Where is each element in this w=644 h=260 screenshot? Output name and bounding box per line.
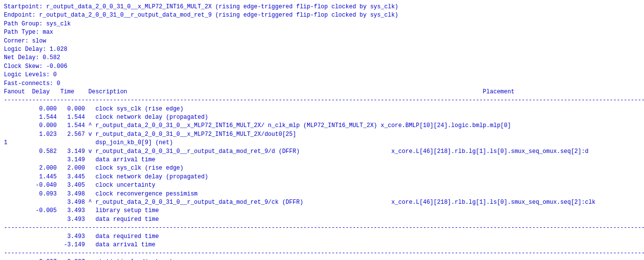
report-line-16: 0.000 1.544 ^ r_output_data_2_0_0_31_0__…: [4, 122, 640, 130]
report-line-19: 0.582 3.149 v r_output_data_2_0_0_31_0__…: [4, 148, 640, 156]
report-line-7: Net Delay: 0.582: [4, 54, 640, 62]
report-line-17: 1.023 2.567 v r_output_data_2_0_0_31_0__…: [4, 130, 640, 139]
report-line-5: Corner: slow: [4, 37, 640, 45]
report-line-20: 3.149 data arrival time: [4, 156, 640, 164]
report-line-3: Path Group: sys_clk: [4, 20, 640, 28]
report-line-13: ----------------------------------------…: [4, 96, 640, 105]
report-line-32: ----------------------------------------…: [4, 249, 640, 258]
report-line-2: Endpoint: r_output_data_2_0_0_31_0__r_ou…: [4, 11, 640, 20]
report-line-9: Logic Levels: 0: [4, 71, 640, 79]
report-line-34: -0.007 0.337 statistical adjustment: [4, 258, 640, 260]
report-line-22: 2.000 2.000 clock sys_clk (rise edge): [4, 164, 640, 173]
timing-report: Startpoint: r_output_data_2_0_0_31_0__x_…: [4, 3, 640, 260]
report-line-30: 3.493 data required time: [4, 233, 640, 241]
report-line-1: Startpoint: r_output_data_2_0_0_31_0__x_…: [4, 3, 640, 11]
report-line-12: Fanout Delay Time Description Placement: [4, 88, 640, 96]
report-line-15: 1.544 1.544 clock network delay (propaga…: [4, 113, 640, 122]
report-line-29: ----------------------------------------…: [4, 224, 640, 232]
report-line-26: 3.498 ^ r_output_data_2_0_0_31_0__r_outp…: [4, 198, 640, 207]
report-line-28: 3.493 data required time: [4, 216, 640, 224]
report-line-25: 0.093 3.498 clock reconvergence pessimis…: [4, 190, 640, 198]
report-line-27: -0.005 3.493 library setup time: [4, 207, 640, 215]
report-line-14: 0.000 0.000 clock sys_clk (rise edge): [4, 105, 640, 113]
report-line-6: Logic Delay: 1.028: [4, 45, 640, 54]
report-line-8: Clock Skew: -0.006: [4, 63, 640, 71]
report-line-18: 1 dsp_join_kb_0[9] (net): [4, 139, 640, 147]
report-line-10: Fast-connects: 0: [4, 80, 640, 88]
report-line-31: -3.149 data arrival time: [4, 241, 640, 249]
report-line-23: 1.445 3.445 clock network delay (propaga…: [4, 173, 640, 181]
report-line-4: Path Type: max: [4, 28, 640, 37]
report-line-24: -0.040 3.405 clock uncertainty: [4, 181, 640, 190]
